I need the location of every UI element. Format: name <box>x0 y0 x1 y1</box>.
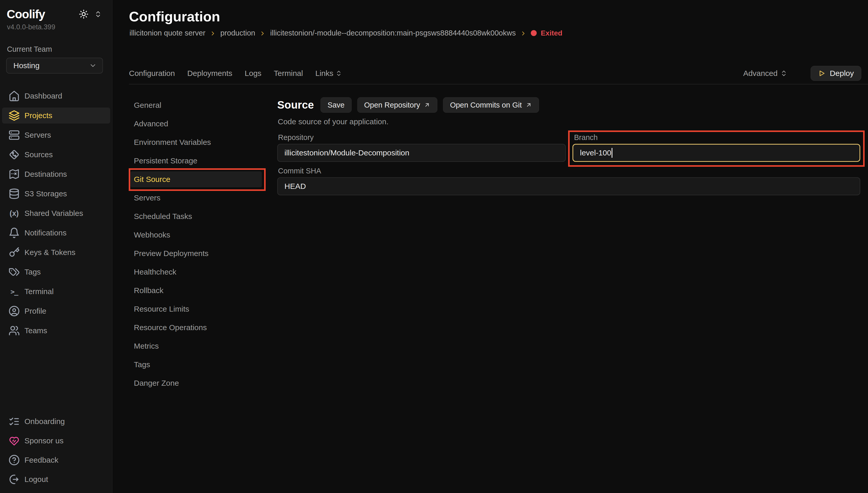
sidebar-item-terminal[interactable]: >_Terminal <box>2 283 110 300</box>
terminal-icon: >_ <box>8 286 20 297</box>
sidebar-item-destinations[interactable]: Destinations <box>2 166 110 182</box>
sidebar-item-servers[interactable]: Servers <box>2 127 110 143</box>
sidebar-item-teams[interactable]: Teams <box>2 323 110 339</box>
breadcrumb-item[interactable]: production <box>220 29 255 37</box>
sidebar-item-sponsor-us[interactable]: Sponsor us <box>2 433 110 449</box>
current-team-label: Current Team <box>0 31 112 53</box>
tab-label: Configuration <box>129 69 175 78</box>
tab-logs[interactable]: Logs <box>245 69 261 78</box>
theme-toggle-button[interactable] <box>79 9 88 19</box>
subnav-item-webhooks[interactable]: Webhooks <box>130 227 262 243</box>
commit-sha-input[interactable]: HEAD <box>277 177 860 195</box>
sidebar-footer-nav: OnboardingSponsor usFeedbackLogout <box>0 413 112 487</box>
subnav-item-environment-variables[interactable]: Environment Variables <box>130 134 262 150</box>
map-icon <box>8 169 20 180</box>
sidebar: Coolify v4.0.0-beta.399 Current Team Hos… <box>0 0 112 493</box>
branch-input[interactable]: level-100 <box>572 144 860 162</box>
subnav-item-danger-zone[interactable]: Danger Zone <box>130 375 262 391</box>
chevrons-up-down-button[interactable] <box>94 10 102 18</box>
sidebar-item-shared-variables[interactable]: (x)Shared Variables <box>2 205 110 221</box>
subnav-item-persistent-storage[interactable]: Persistent Storage <box>130 153 262 169</box>
subnav-item-rollback[interactable]: Rollback <box>130 282 262 299</box>
external-link-icon <box>525 102 532 108</box>
tags-icon <box>8 266 20 278</box>
team-select[interactable]: Hosting <box>6 58 103 73</box>
sidebar-item-onboarding[interactable]: Onboarding <box>2 413 110 429</box>
subnav-item-git-source[interactable]: Git Source <box>130 171 262 187</box>
breadcrumb-item[interactable]: illicitestonion/-module--decomposition:m… <box>270 29 515 37</box>
subnav-item-scheduled-tasks[interactable]: Scheduled Tasks <box>130 209 262 224</box>
branch-label: Branch <box>574 133 598 142</box>
help-circle-icon <box>8 454 20 466</box>
sun-icon <box>79 9 88 19</box>
subnav-item-healthcheck[interactable]: Healthcheck <box>130 264 262 280</box>
sidebar-item-label: Terminal <box>24 287 54 296</box>
layers-icon <box>8 110 20 121</box>
sidebar-item-feedback[interactable]: Feedback <box>2 452 110 468</box>
tab-label: Logs <box>245 69 261 78</box>
logo-row: Coolify <box>0 0 112 21</box>
repository-input[interactable]: illicitestonion/Module-Decomposition <box>277 144 566 162</box>
chevron-right-icon <box>210 30 216 37</box>
chevrons-up-down-icon <box>94 10 102 18</box>
subnav-item-general[interactable]: General <box>130 97 262 113</box>
breadcrumb: illicitonion quote serverproductionillic… <box>129 29 563 37</box>
page-title: Configuration <box>129 7 220 26</box>
repository-label: Repository <box>278 133 314 142</box>
home-icon <box>8 90 20 102</box>
save-button[interactable]: Save <box>320 97 352 113</box>
sidebar-item-s3-storages[interactable]: S3 Storages <box>2 186 110 202</box>
sidebar-item-label: Projects <box>24 111 52 120</box>
sidebar-item-tags[interactable]: Tags <box>2 264 110 280</box>
app-logo: Coolify <box>7 7 79 21</box>
chevron-right-icon <box>259 30 266 37</box>
sidebar-item-logout[interactable]: Logout <box>2 471 110 487</box>
play-icon <box>818 69 826 77</box>
sidebar-item-label: Sponsor us <box>24 436 64 445</box>
subnav-item-tags[interactable]: Tags <box>130 357 262 372</box>
sidebar-item-keys-tokens[interactable]: Keys & Tokens <box>2 244 110 260</box>
sidebar-item-label: Notifications <box>24 229 66 237</box>
sidebar-item-label: Destinations <box>24 170 67 178</box>
text-caret <box>612 148 612 158</box>
database-icon <box>8 188 20 199</box>
user-circle-icon <box>8 305 20 317</box>
sidebar-item-label: S3 Storages <box>24 189 67 198</box>
config-subnav: GeneralAdvancedEnvironment VariablesPers… <box>130 97 262 394</box>
sidebar-item-notifications[interactable]: Notifications <box>2 225 110 241</box>
braces-x-icon: (x) <box>8 208 20 219</box>
subnav-item-resource-operations[interactable]: Resource Operations <box>130 320 262 336</box>
subnav-item-metrics[interactable]: Metrics <box>130 338 262 354</box>
advanced-label: Advanced <box>743 69 777 78</box>
sidebar-item-sources[interactable]: Sources <box>2 147 110 163</box>
git-diamond-icon <box>8 149 20 160</box>
open-commits-button[interactable]: Open Commits on Git <box>443 97 539 113</box>
team-select-value: Hosting <box>14 61 89 70</box>
sidebar-item-label: Onboarding <box>24 417 65 426</box>
sidebar-item-profile[interactable]: Profile <box>2 303 110 319</box>
sidebar-item-dashboard[interactable]: Dashboard <box>2 88 110 104</box>
sidebar-item-label: Logout <box>24 475 48 484</box>
sidebar-item-projects[interactable]: Projects <box>2 108 110 124</box>
advanced-dropdown[interactable]: Advanced <box>743 69 787 78</box>
subnav-item-advanced[interactable]: Advanced <box>130 116 262 132</box>
subnav-item-servers[interactable]: Servers <box>130 190 262 206</box>
log-out-icon <box>8 474 20 485</box>
chevrons-up-down-icon <box>780 70 787 77</box>
tab-terminal[interactable]: Terminal <box>274 69 303 78</box>
main-content: Configuration illicitonion quote serverp… <box>112 0 868 493</box>
tab-deployments[interactable]: Deployments <box>187 69 232 78</box>
subnav-item-preview-deployments[interactable]: Preview Deployments <box>130 245 262 261</box>
open-commits-label: Open Commits on Git <box>450 101 522 109</box>
chevrons-up-down-icon <box>335 70 342 77</box>
deploy-button[interactable]: Deploy <box>811 66 861 81</box>
deploy-label: Deploy <box>830 69 854 78</box>
sidebar-item-label: Dashboard <box>24 92 62 100</box>
users-icon <box>8 325 20 336</box>
tab-label: Terminal <box>274 69 303 78</box>
breadcrumb-item[interactable]: illicitonion quote server <box>129 29 206 37</box>
tab-links[interactable]: Links <box>315 69 342 78</box>
tab-configuration[interactable]: Configuration <box>129 69 175 78</box>
open-repository-button[interactable]: Open Repository <box>357 97 438 113</box>
subnav-item-resource-limits[interactable]: Resource Limits <box>130 301 262 317</box>
